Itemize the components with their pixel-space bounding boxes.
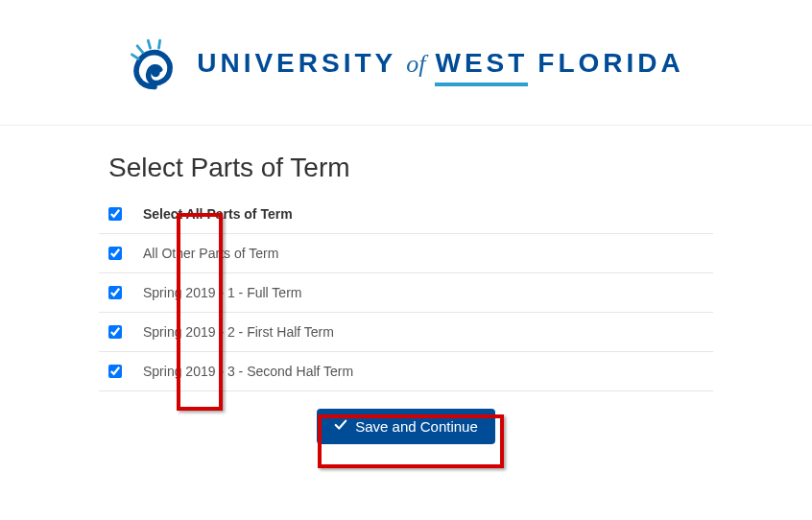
site-header: UNIVERSITY of WEST FLORIDA <box>0 0 812 126</box>
shell-icon <box>128 38 181 96</box>
logo-word-florida: FLORIDA <box>537 48 683 79</box>
logo-word-university: UNIVERSITY <box>197 48 396 79</box>
save-and-continue-button[interactable]: Save and Continue <box>317 409 495 444</box>
select-all-label: Select All Parts of Term <box>143 206 293 222</box>
main-content: Select Parts of Term Select All Parts of… <box>99 126 713 444</box>
logo-word-west: WEST <box>435 48 528 86</box>
svg-line-3 <box>148 40 150 48</box>
svg-line-2 <box>137 46 143 53</box>
term-checkbox[interactable] <box>108 247 122 260</box>
term-checkbox[interactable] <box>108 286 122 299</box>
page-title: Select Parts of Term <box>108 153 713 183</box>
list-item: Spring 2019 - 2 - First Half Term <box>99 313 713 352</box>
logo-word-of: of <box>406 50 425 79</box>
logo-text: UNIVERSITY of WEST FLORIDA <box>197 48 684 86</box>
university-logo: UNIVERSITY of WEST FLORIDA <box>128 38 684 96</box>
button-container: Save and Continue <box>99 391 713 444</box>
term-label: Spring 2019 - 2 - First Half Term <box>143 324 334 340</box>
check-icon <box>334 418 347 435</box>
parts-of-term-list: Select All Parts of Term All Other Parts… <box>99 195 713 391</box>
list-item: Spring 2019 - 3 - Second Half Term <box>99 352 713 391</box>
svg-line-4 <box>159 40 160 48</box>
term-checkbox[interactable] <box>108 365 122 378</box>
term-label: All Other Parts of Term <box>143 246 278 261</box>
term-label: Spring 2019 - 3 - Second Half Term <box>143 364 353 379</box>
svg-point-0 <box>152 68 160 77</box>
list-item: Spring 2019 - 1 - Full Term <box>99 273 713 313</box>
select-all-checkbox[interactable] <box>108 207 122 221</box>
term-label: Spring 2019 - 1 - Full Term <box>143 285 301 300</box>
term-checkbox[interactable] <box>108 325 122 339</box>
save-button-label: Save and Continue <box>355 418 478 435</box>
svg-line-1 <box>132 55 139 59</box>
list-item: All Other Parts of Term <box>99 234 713 273</box>
select-all-row: Select All Parts of Term <box>99 195 713 234</box>
